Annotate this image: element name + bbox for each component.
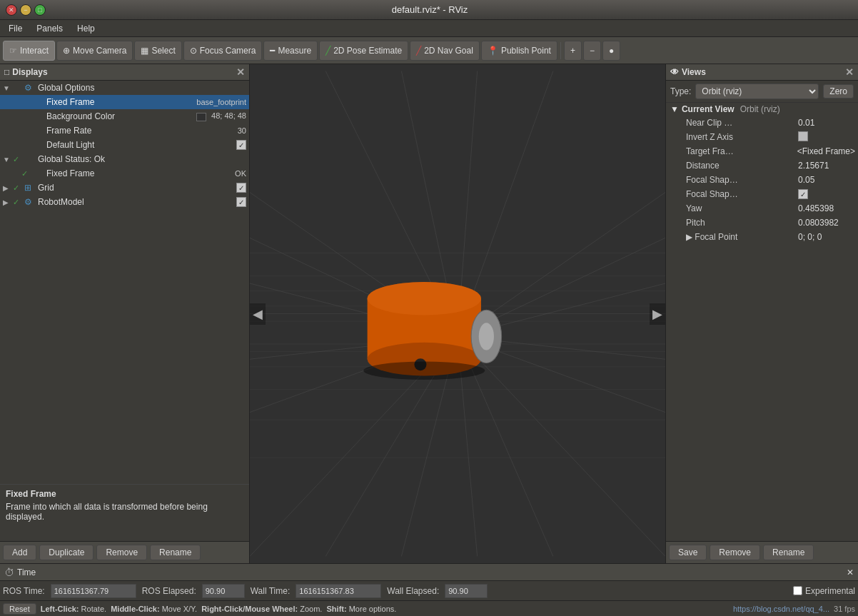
- checkbox-icon[interactable]: [798, 131, 808, 141]
- measure-button[interactable]: ━ Measure: [263, 41, 318, 61]
- type-label: Type:: [670, 86, 691, 96]
- tree-item-robot-model[interactable]: ▶ ✓ ⚙ RobotModel ✓: [0, 195, 249, 209]
- displays-panel: □ Displays ✕ ▼ ⚙ Global Options Fixed Fr…: [0, 64, 250, 563]
- svg-point-38: [479, 323, 494, 350]
- toolbar-separator: [560, 42, 561, 59]
- main-content: □ Displays ✕ ▼ ⚙ Global Options Fixed Fr…: [0, 64, 858, 563]
- tree-value: OK: [235, 169, 246, 178]
- select-button[interactable]: ▦ Select: [134, 41, 181, 61]
- prop-value: 0.01: [798, 118, 855, 128]
- tree-item-global-status[interactable]: ▼ ✓ Global Status: Ok: [0, 152, 249, 166]
- views-type-row: Type: Orbit (rviz) Zero: [666, 81, 858, 103]
- check-icon: ✓: [13, 155, 24, 164]
- checkbox-icon[interactable]: ✓: [236, 197, 246, 207]
- displays-tree: ▼ ⚙ Global Options Fixed Frame base_foot…: [0, 81, 249, 484]
- prop-distance[interactable]: Distance 2.15671: [666, 158, 858, 173]
- info-title: Fixed Frame: [6, 489, 243, 499]
- tree-label: Fixed Frame: [46, 168, 229, 178]
- displays-info-panel: Fixed Frame Frame into which all data is…: [0, 484, 249, 541]
- remove-display-button[interactable]: −: [583, 41, 601, 61]
- arrow-icon: ▼: [3, 156, 13, 163]
- publish-point-button[interactable]: 📍 Publish Point: [481, 41, 557, 61]
- tree-item-global-options[interactable]: ▼ ⚙ Global Options: [0, 81, 249, 95]
- menu-file[interactable]: File: [3, 22, 28, 35]
- prop-yaw[interactable]: Yaw 0.485398: [666, 201, 858, 216]
- tree-label: Fixed Frame: [46, 97, 191, 107]
- tree-item-frame-rate[interactable]: Frame Rate 30: [0, 123, 249, 138]
- navgoal-icon: ╱: [416, 46, 421, 56]
- time-close-button[interactable]: ✕: [847, 567, 854, 577]
- viewport-right-arrow[interactable]: ▶: [650, 303, 665, 325]
- time-panel-header: ⏱ Time ✕: [0, 563, 858, 580]
- tree-value: 30: [238, 126, 246, 135]
- close-button[interactable]: ✕: [6, 4, 17, 16]
- experimental-checkbox[interactable]: [793, 586, 802, 595]
- remove-view-button[interactable]: Remove: [710, 545, 760, 560]
- time-fields: ROS Time: ROS Elapsed: Wall Time: Wall E…: [0, 580, 858, 600]
- arrow-icon: ▶: [3, 184, 13, 192]
- viewport-left-arrow[interactable]: ◀: [250, 303, 266, 325]
- displays-close-button[interactable]: ✕: [236, 66, 245, 78]
- maximize-button[interactable]: □: [34, 4, 46, 16]
- interact-button[interactable]: ☞ Interact: [3, 41, 55, 61]
- tree-item-fixed-frame[interactable]: Fixed Frame base_footprint: [0, 95, 249, 109]
- options-button[interactable]: ●: [602, 41, 620, 61]
- rename-view-button[interactable]: Rename: [763, 545, 814, 560]
- displays-icon: □: [4, 67, 9, 77]
- prop-value: ✓: [798, 189, 855, 199]
- prop-focal-shape-1[interactable]: Focal Shap… 0.05: [666, 173, 858, 187]
- arrow-icon: ▼: [670, 104, 679, 114]
- menubar: File Panels Help: [0, 20, 858, 37]
- prop-focal-point[interactable]: ▶ Focal Point 0; 0; 0: [666, 230, 858, 244]
- prop-label: Focal Shap…: [686, 189, 795, 199]
- prop-value: 0.0803982: [798, 218, 855, 228]
- viewport[interactable]: ◀ ▶: [250, 64, 665, 563]
- duplicate-button[interactable]: Duplicate: [39, 545, 94, 560]
- add-display-button[interactable]: +: [564, 41, 582, 61]
- checkbox-icon[interactable]: ✓: [236, 183, 246, 193]
- prop-value: 0.485398: [798, 203, 855, 213]
- prop-value: [798, 131, 855, 143]
- prop-label: ▶ Focal Point: [686, 232, 795, 242]
- menu-help[interactable]: Help: [71, 22, 101, 35]
- wall-time-input[interactable]: [296, 584, 381, 598]
- prop-target-frame[interactable]: Target Fra… <Fixed Frame>: [666, 144, 858, 158]
- prop-focal-shape-2[interactable]: Focal Shap… ✓: [666, 187, 858, 201]
- tree-item-grid[interactable]: ▶ ✓ ⊞ Grid ✓: [0, 181, 249, 195]
- prop-invert-z[interactable]: Invert Z Axis: [666, 130, 858, 144]
- menu-panels[interactable]: Panels: [31, 22, 69, 35]
- ros-elapsed-input[interactable]: [202, 584, 245, 598]
- reset-button[interactable]: Reset: [3, 603, 36, 615]
- prop-pitch[interactable]: Pitch 0.0803982: [666, 216, 858, 230]
- checkbox-icon[interactable]: ✓: [798, 189, 808, 199]
- rename-button[interactable]: Rename: [150, 545, 201, 560]
- checkbox-icon[interactable]: ✓: [236, 140, 246, 150]
- fps-display: 31 fps: [834, 605, 855, 613]
- save-view-button[interactable]: Save: [669, 545, 707, 560]
- displays-title: Displays: [12, 67, 47, 77]
- minimize-button[interactable]: −: [20, 4, 31, 16]
- link-text[interactable]: https://blog.csdn.net/qq_4...: [733, 605, 829, 613]
- wall-elapsed-input[interactable]: [445, 584, 488, 598]
- ros-time-input[interactable]: [51, 584, 136, 598]
- focus-camera-button[interactable]: ⊙ Focus Camera: [183, 41, 263, 61]
- arrow-icon: ▼: [3, 84, 13, 92]
- svg-point-40: [363, 361, 485, 379]
- nav-goal-button[interactable]: ╱ 2D Nav Goal: [410, 41, 480, 61]
- prop-near-clip[interactable]: Near Clip … 0.01: [666, 116, 858, 130]
- zero-button[interactable]: Zero: [823, 84, 854, 99]
- tree-item-fixed-frame-ok[interactable]: ✓ Fixed Frame OK: [0, 166, 249, 181]
- tree-item-default-light[interactable]: Default Light ✓: [0, 138, 249, 152]
- pose-estimate-button[interactable]: ╱ 2D Pose Estimate: [319, 41, 408, 61]
- measure-icon: ━: [270, 46, 275, 56]
- tree-value: ✓: [236, 197, 246, 207]
- remove-display-button[interactable]: Remove: [96, 545, 147, 560]
- add-button[interactable]: Add: [3, 545, 36, 560]
- move-camera-button[interactable]: ⊕ Move Camera: [56, 41, 133, 61]
- move-camera-icon: ⊕: [63, 46, 70, 56]
- views-close-button[interactable]: ✕: [845, 66, 854, 78]
- tree-label: Grid: [38, 183, 231, 193]
- tree-value: ✓: [236, 183, 246, 193]
- tree-item-background-color[interactable]: Background Color 48; 48; 48: [0, 109, 249, 123]
- type-select[interactable]: Orbit (rviz): [695, 84, 819, 99]
